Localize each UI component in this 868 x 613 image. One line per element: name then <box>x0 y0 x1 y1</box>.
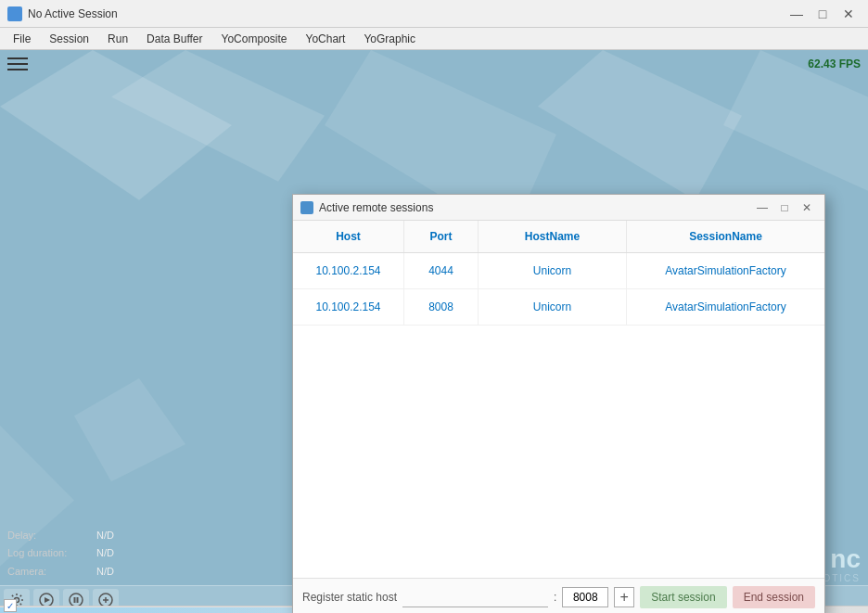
hamburger-menu[interactable] <box>7 57 28 70</box>
hamburger-line-1 <box>7 57 28 59</box>
menu-yographic[interactable]: YoGraphic <box>354 31 425 47</box>
table-row[interactable]: 10.100.2.154 4044 Unicorn AvatarSimulati… <box>293 253 824 289</box>
menu-data-buffer[interactable]: Data Buffer <box>137 31 211 47</box>
modal-minimize-button[interactable]: — <box>752 199 772 216</box>
close-button[interactable]: ✕ <box>836 5 861 23</box>
fps-counter: 62.43 FPS <box>808 57 861 70</box>
register-host-input[interactable] <box>402 587 548 607</box>
sessions-table: Host Port HostName SessionName 10.100.2.… <box>293 221 824 578</box>
svg-rect-12 <box>77 597 79 603</box>
window-controls: — □ ✕ <box>785 5 861 23</box>
add-host-button[interactable]: + <box>614 587 634 607</box>
delay-value: N/D <box>96 527 114 545</box>
table-row[interactable]: 10.100.2.154 8008 Unicorn AvatarSimulati… <box>293 289 824 326</box>
register-host-label: Register static host <box>302 591 397 604</box>
svg-marker-3 <box>538 50 742 200</box>
modal-title-bar: Active remote sessions — □ ✕ <box>293 195 824 221</box>
modal-window-controls: — □ ✕ <box>752 199 817 216</box>
maximize-button[interactable]: □ <box>811 5 835 23</box>
row1-sessionname: AvatarSimulationFactory <box>627 253 824 288</box>
svg-point-10 <box>70 594 83 607</box>
port-separator: : <box>554 591 556 604</box>
main-background: 62.43 FPS Delay: N/D Log duration: N/D C… <box>0 50 868 613</box>
camera-value: N/D <box>96 563 114 581</box>
hamburger-line-2 <box>7 63 28 65</box>
modal-close-button[interactable]: ✕ <box>797 199 817 216</box>
row2-host: 10.100.2.154 <box>293 289 404 325</box>
progress-checkbox[interactable]: ✓ <box>4 599 17 612</box>
row1-host: 10.100.2.154 <box>293 253 404 288</box>
col-port: Port <box>404 221 479 252</box>
row1-hostname: Unicorn <box>479 253 627 288</box>
svg-marker-4 <box>723 50 868 191</box>
port-input[interactable] <box>562 587 608 607</box>
camera-label: Camera: <box>7 563 91 581</box>
col-host: Host <box>293 221 404 252</box>
row2-hostname: Unicorn <box>479 289 627 325</box>
minimize-button[interactable]: — <box>785 5 809 23</box>
log-value: N/D <box>96 544 114 563</box>
row1-port: 4044 <box>404 253 479 288</box>
table-body: 10.100.2.154 4044 Unicorn AvatarSimulati… <box>293 253 824 578</box>
menu-yocomposite[interactable]: YoComposite <box>212 31 297 47</box>
col-hostname: HostName <box>479 221 627 252</box>
table-header: Host Port HostName SessionName <box>293 221 824 253</box>
modal-title: Active remote sessions <box>319 201 752 214</box>
start-session-button[interactable]: Start session <box>640 586 726 608</box>
window-title: No Active Session <box>28 7 785 20</box>
menu-session[interactable]: Session <box>40 31 98 47</box>
svg-marker-9 <box>45 597 50 603</box>
svg-rect-11 <box>74 597 76 603</box>
menu-bar: File Session Run Data Buffer YoComposite… <box>0 28 868 50</box>
modal-dialog[interactable]: Active remote sessions — □ ✕ Host Port H… <box>292 194 825 613</box>
end-session-button[interactable]: End session <box>733 586 815 608</box>
modal-footer: Register static host : + Start session E… <box>293 578 824 613</box>
modal-maximize-button[interactable]: □ <box>774 199 795 216</box>
delay-label: Delay: <box>7 527 91 545</box>
row2-port: 8008 <box>404 289 479 325</box>
modal-icon <box>300 201 313 214</box>
log-label: Log duration: <box>7 544 91 563</box>
title-bar: No Active Session — □ ✕ <box>0 0 868 28</box>
hamburger-line-3 <box>7 69 28 70</box>
row2-sessionname: AvatarSimulationFactory <box>627 289 824 325</box>
menu-file[interactable]: File <box>4 31 40 47</box>
menu-yochart[interactable]: YoChart <box>296 31 354 47</box>
menu-run[interactable]: Run <box>98 31 137 47</box>
svg-marker-6 <box>74 378 185 481</box>
app-icon <box>7 6 22 21</box>
col-sessionname: SessionName <box>627 221 824 252</box>
